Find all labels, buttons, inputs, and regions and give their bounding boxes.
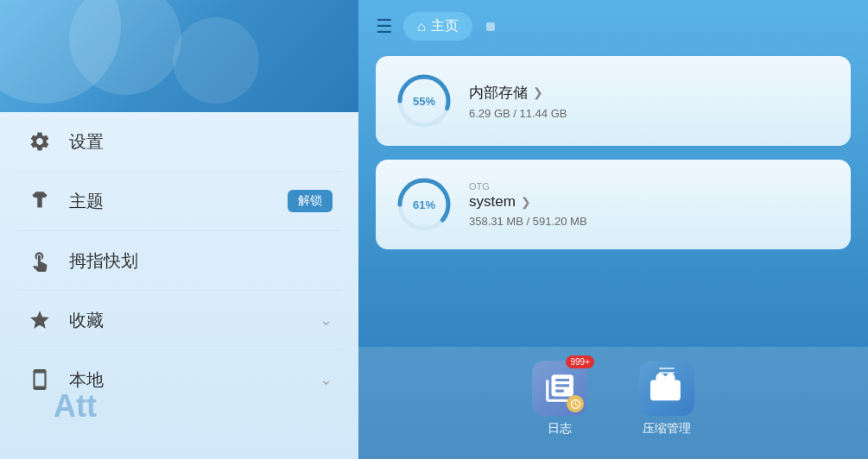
- sidebar-item-settings[interactable]: 设置: [0, 112, 358, 171]
- system-storage-info: OTG system ❯ 358.31 MB / 591.20 MB: [469, 181, 830, 228]
- system-storage-card[interactable]: 61% OTG system ❯ 358.31 MB / 591.20 MB: [376, 160, 851, 249]
- internal-storage-card[interactable]: 55% 内部存储 ❯ 6.29 GB / 11.44 GB: [376, 56, 851, 146]
- gesture-label: 拇指快划: [69, 249, 138, 273]
- system-storage-size: 358.31 MB / 591.20 MB: [469, 215, 830, 228]
- sidebar-item-local[interactable]: 本地 ⌄: [0, 350, 358, 409]
- journal-nav-item[interactable]: 999+ 日志: [532, 361, 587, 437]
- favorites-chevron-icon: ⌄: [320, 311, 333, 330]
- system-chevron-icon: ❯: [521, 195, 531, 209]
- otg-label: OTG: [469, 181, 830, 192]
- gesture-icon: [26, 247, 54, 274]
- main-content: ☰ ⌂ 主页 55% 内部存储 ❯ 6.29 GB: [358, 0, 868, 459]
- internal-storage-name: 内部存储 ❯: [469, 83, 830, 103]
- compress-nav-item[interactable]: 压缩管理: [639, 361, 694, 437]
- sidebar-items-list: 设置 主题 解锁 拇指快划: [0, 112, 358, 459]
- deco-circle-3: [173, 17, 259, 104]
- internal-chevron-icon: ❯: [533, 85, 543, 99]
- system-storage-name: system ❯: [469, 193, 830, 211]
- main-header: ☰ ⌂ 主页: [358, 0, 868, 53]
- journal-label: 日志: [548, 421, 572, 437]
- journal-icon: 999+: [532, 361, 587, 416]
- gear-icon: [26, 128, 54, 155]
- local-chevron-icon: ⌄: [320, 370, 333, 389]
- sidebar-item-theme[interactable]: 主题 解锁: [0, 172, 358, 230]
- phone-icon: [26, 366, 54, 393]
- sidebar: Att 设置 主题 解锁: [0, 0, 358, 459]
- breadcrumb-separator: [486, 22, 495, 31]
- settings-label: 设置: [69, 130, 104, 154]
- theme-label: 主题: [69, 190, 104, 213]
- breadcrumb-label: 主页: [431, 17, 459, 35]
- storage-cards: 55% 内部存储 ❯ 6.29 GB / 11.44 GB 61%: [358, 56, 868, 347]
- journal-badge: 999+: [566, 355, 594, 368]
- internal-storage-info: 内部存储 ❯ 6.29 GB / 11.44 GB: [469, 83, 830, 120]
- compress-icon: [639, 361, 694, 416]
- hamburger-icon[interactable]: ☰: [376, 17, 393, 36]
- compress-label: 压缩管理: [643, 421, 691, 437]
- unlock-badge[interactable]: 解锁: [288, 190, 333, 212]
- main-bottom-bar: 999+ 日志 压缩管理: [358, 347, 868, 459]
- internal-percent: 55%: [413, 95, 435, 108]
- star-icon: [26, 306, 54, 334]
- favorites-label: 收藏: [69, 309, 104, 332]
- local-label: 本地: [69, 368, 104, 392]
- shirt-icon: [26, 187, 54, 215]
- sidebar-item-gesture[interactable]: 拇指快划: [0, 231, 358, 290]
- system-progress-circle: 61%: [396, 177, 452, 232]
- sidebar-item-favorites[interactable]: 收藏 ⌄: [0, 291, 358, 349]
- sidebar-header-bg: [0, 0, 358, 112]
- breadcrumb-pill[interactable]: ⌂ 主页: [403, 12, 472, 41]
- internal-storage-size: 6.29 GB / 11.44 GB: [469, 107, 830, 120]
- home-icon: ⌂: [417, 19, 426, 35]
- system-percent: 61%: [413, 198, 435, 211]
- clock-badge: [567, 395, 584, 412]
- zipper-lines: [659, 368, 675, 378]
- internal-progress-circle: 55%: [396, 73, 452, 129]
